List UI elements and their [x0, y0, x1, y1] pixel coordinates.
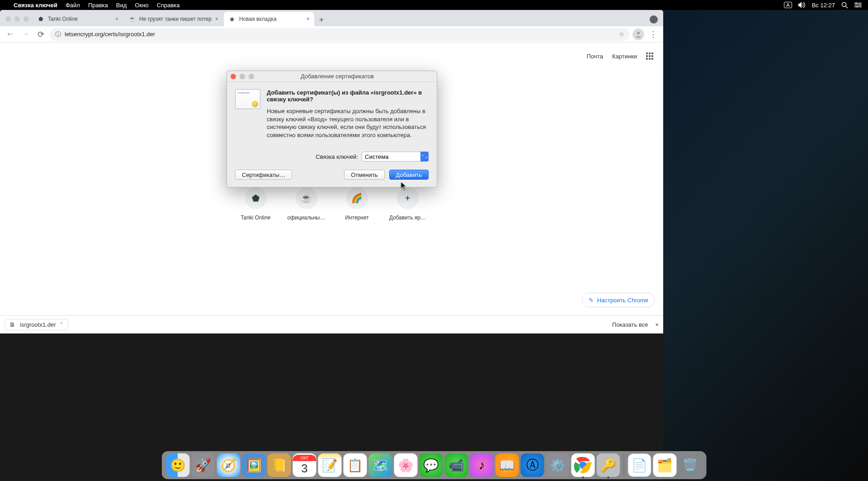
- tab-forum[interactable]: ☕ Не грузят танки пишет потер ×: [124, 12, 223, 26]
- ntp-shortcuts: ⬟ Tanki Online ☕ официальны… 🌈 Интернет …: [236, 187, 428, 221]
- cancel-button[interactable]: Отменить: [344, 170, 384, 180]
- tab-close-icon[interactable]: ×: [115, 16, 118, 22]
- chevron-up-icon[interactable]: ˄: [60, 321, 63, 328]
- svg-point-6: [859, 5, 861, 6]
- dock-downloads-icon[interactable]: 🗂️: [653, 453, 677, 477]
- keychain-select[interactable]: Система: [362, 152, 429, 162]
- svg-point-5: [856, 3, 857, 4]
- dock-photos-icon[interactable]: 🌸: [394, 453, 418, 477]
- new-tab-button[interactable]: +: [315, 14, 328, 26]
- google-apps-icon[interactable]: [646, 52, 653, 60]
- svg-line-1: [846, 6, 848, 8]
- tab-close-icon[interactable]: ×: [215, 16, 218, 22]
- spotlight-icon[interactable]: [841, 2, 848, 9]
- dock-certificate-file-icon[interactable]: 📄: [628, 453, 651, 477]
- menubar-app-name[interactable]: Связка ключей: [14, 2, 57, 9]
- dock-settings-icon[interactable]: ⚙️: [546, 453, 570, 477]
- dialog-title: Добавление сертификатов: [258, 73, 417, 80]
- shortcut-label: официальны…: [287, 214, 326, 221]
- dialog-description: Новые корневые сертификаты должны быть д…: [267, 107, 429, 139]
- dock-notes-icon[interactable]: 📝: [318, 453, 342, 477]
- dock-chrome-icon[interactable]: [571, 453, 595, 477]
- shortcut-label: Интернет: [337, 214, 377, 221]
- shortcut-tanki[interactable]: ⬟ Tanki Online: [236, 187, 276, 221]
- site-info-icon[interactable]: ⓘ: [55, 30, 61, 38]
- dock-itunes-icon[interactable]: ♪: [470, 453, 494, 477]
- shortcut-icon: ☕: [296, 187, 317, 209]
- menu-help[interactable]: Справка: [157, 2, 180, 9]
- address-bar[interactable]: ⓘ letsencrypt.org/certs/isrgrootx1.der ☆: [50, 28, 630, 41]
- close-shelf-icon[interactable]: ×: [655, 321, 659, 328]
- file-icon: 🗎: [9, 321, 15, 328]
- menu-edit[interactable]: Правка: [88, 2, 108, 9]
- dock-trash-icon[interactable]: 🗑️: [679, 453, 702, 477]
- favicon-icon: ⬟: [37, 15, 44, 23]
- pencil-icon: ✎: [589, 297, 594, 304]
- chrome-window: ⬟ Tanki Online × ☕ Не грузят танки пишет…: [0, 10, 663, 333]
- dock-calendar-icon[interactable]: ОКТ 3: [293, 453, 316, 477]
- back-button[interactable]: ←: [4, 28, 16, 41]
- profile-avatar-button[interactable]: [632, 29, 644, 40]
- forward-button[interactable]: →: [19, 28, 32, 41]
- window-traffic-lights: [5, 16, 29, 22]
- gmail-link[interactable]: Почта: [587, 53, 603, 60]
- menu-window[interactable]: Окно: [135, 2, 148, 9]
- shortcut-internet[interactable]: 🌈 Интернет: [337, 187, 377, 221]
- window-close-icon[interactable]: [5, 16, 11, 22]
- shortcut-official[interactable]: ☕ официальны…: [287, 187, 326, 221]
- dock-launchpad-icon[interactable]: 🚀: [192, 453, 215, 477]
- macos-dock: 🙂 🚀 🧭 🖼️ 📒 ОКТ 3 📝 📋 🗺️ 🌸 💬 📹 ♪ 📖 Ⓐ ⚙️ 🔑…: [162, 451, 707, 479]
- tab-title: Новая вкладка: [239, 16, 303, 22]
- dock-keychain-icon[interactable]: 🔑: [597, 453, 620, 477]
- reload-button[interactable]: ⟳: [34, 28, 47, 41]
- shortcut-icon: 🌈: [346, 187, 368, 209]
- dialog-zoom-icon: [249, 74, 254, 79]
- volume-icon[interactable]: [798, 2, 806, 8]
- favicon-icon: ☕: [128, 15, 136, 23]
- control-center-icon[interactable]: [854, 2, 862, 8]
- plus-icon: +: [397, 187, 419, 209]
- images-link[interactable]: Картинки: [612, 53, 637, 60]
- tab-tanki-online[interactable]: ⬟ Tanki Online ×: [33, 12, 123, 26]
- add-button[interactable]: Добавить: [389, 170, 429, 180]
- profile-indicator-icon[interactable]: [650, 15, 658, 24]
- dock-reminders-icon[interactable]: 📋: [344, 453, 367, 477]
- add-certificates-dialog: Добавление сертификатов Добавить сертифи…: [226, 71, 437, 187]
- dock-finder-icon[interactable]: 🙂: [166, 453, 190, 477]
- download-item[interactable]: 🗎 isrgrootx1.der ˄: [5, 319, 68, 330]
- download-filename: isrgrootx1.der: [20, 321, 56, 328]
- shortcut-add[interactable]: + Добавить яр…: [388, 187, 428, 221]
- dock-safari-icon[interactable]: 🧭: [217, 453, 241, 477]
- favicon-icon: ◉: [228, 15, 236, 23]
- desktop-wallpaper: [663, 10, 868, 481]
- svg-point-8: [637, 32, 640, 34]
- dialog-heading: Добавить сертификат(ы) из файла «isrgroo…: [267, 89, 429, 103]
- show-all-downloads-link[interactable]: Показать все: [612, 321, 648, 328]
- dock-facetime-icon[interactable]: 📹: [445, 453, 468, 477]
- certificates-button[interactable]: Сертификаты…: [235, 170, 292, 180]
- calendar-day: 3: [301, 461, 307, 476]
- keychain-label: Связка ключей:: [316, 153, 358, 160]
- macos-menubar: Связка ключей Файл Правка Вид Окно Справ…: [0, 0, 868, 10]
- dock-contacts-icon[interactable]: 📒: [268, 453, 291, 477]
- dialog-titlebar: Добавление сертификатов: [227, 71, 437, 82]
- dialog-close-icon[interactable]: [231, 74, 236, 79]
- input-language-indicator[interactable]: A: [784, 2, 792, 8]
- dock-appstore-icon[interactable]: Ⓐ: [521, 453, 544, 477]
- menu-file[interactable]: Файл: [66, 2, 80, 9]
- chrome-menu-button[interactable]: ⋮: [647, 28, 660, 41]
- dock-messages-icon[interactable]: 💬: [420, 453, 443, 477]
- dock-ibooks-icon[interactable]: 📖: [495, 453, 519, 477]
- bookmark-star-icon[interactable]: ☆: [619, 31, 624, 38]
- shortcut-label: Добавить яр…: [388, 214, 428, 221]
- window-zoom-icon[interactable]: [24, 16, 29, 22]
- tab-close-icon[interactable]: ×: [307, 16, 310, 22]
- calendar-month: ОКТ: [293, 455, 316, 461]
- tab-new[interactable]: ◉ Новая вкладка ×: [224, 12, 314, 26]
- dock-preview-icon[interactable]: 🖼️: [242, 453, 266, 477]
- menubar-clock[interactable]: Вс 12:27: [812, 2, 835, 9]
- dock-maps-icon[interactable]: 🗺️: [369, 453, 392, 477]
- window-minimize-icon[interactable]: [14, 16, 20, 22]
- menu-view[interactable]: Вид: [116, 2, 127, 9]
- customize-chrome-button[interactable]: ✎ Настроить Chrome: [582, 293, 655, 307]
